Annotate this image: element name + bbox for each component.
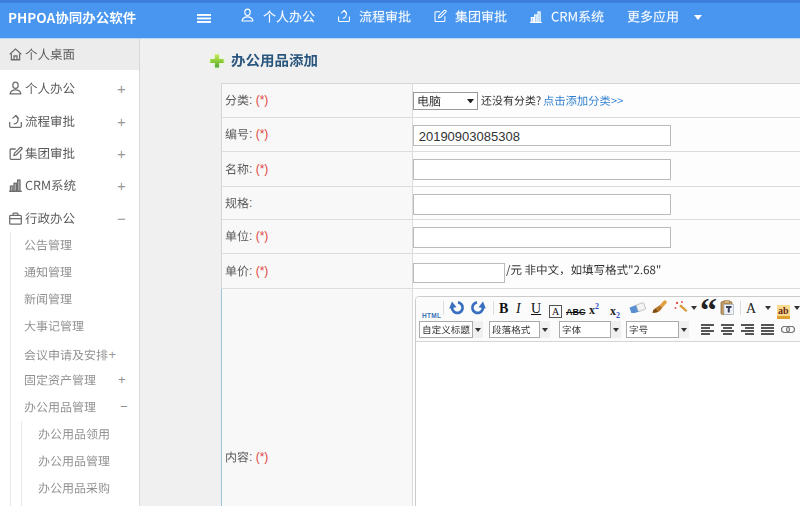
- svg-text:“: “: [700, 297, 717, 315]
